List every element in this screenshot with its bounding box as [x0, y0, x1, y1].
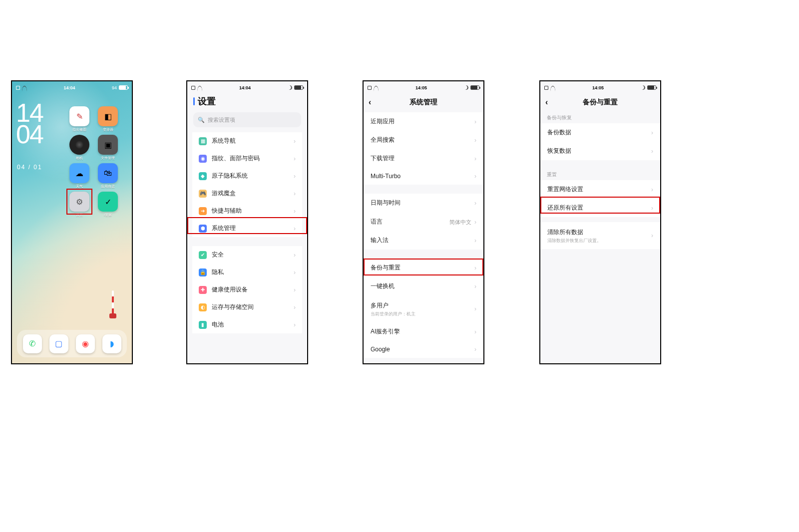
dnd-icon	[463, 85, 469, 91]
item-reset-all-settings[interactable]: 还原所有设置›	[540, 199, 660, 217]
settings-group-1: ▦系统导航› ◉指纹、面部与密码› ◆原子隐私系统› 🎮游戏魔盒› ➜快捷与辅助…	[192, 132, 302, 237]
chevron-right-icon: ›	[294, 208, 296, 215]
status-time: 14:04	[63, 85, 75, 90]
item-erase-all[interactable]: 清除所有数据清除数据并恢复出厂设置。 ›	[540, 222, 660, 249]
settings-item-health[interactable]: ✚健康使用设备›	[192, 281, 302, 298]
sys-group-1: 近期应用› 全局搜索› 下载管理› Multi-Turbo›	[364, 112, 483, 185]
section-reset: 重置	[540, 169, 660, 180]
battery-icon	[294, 85, 303, 90]
battery-icon	[470, 85, 479, 90]
sys-item-global-search[interactable]: 全局搜索›	[364, 131, 483, 149]
chevron-right-icon: ›	[294, 138, 296, 145]
page-title: 设置	[187, 92, 307, 112]
sys-item-ai[interactable]: AI服务引擎›	[364, 322, 483, 341]
page-header: ‹ 备份与重置	[540, 92, 660, 112]
chevron-right-icon: ›	[474, 200, 476, 207]
item-restore-data[interactable]: 恢复数据›	[540, 142, 660, 160]
multiuser-sub: 当前登录的用户：机主	[371, 311, 415, 317]
dnd-icon	[287, 85, 293, 91]
nav-icon: ▦	[199, 137, 207, 145]
chevron-right-icon: ›	[294, 225, 296, 232]
health-icon: ✚	[199, 286, 207, 294]
sys-item-multiuser[interactable]: 多用户当前登录的用户：机主›	[364, 295, 483, 322]
chevron-right-icon: ›	[294, 173, 296, 180]
chevron-right-icon: ›	[474, 328, 476, 335]
settings-item-shortcuts[interactable]: ➜快捷与辅助›	[192, 202, 302, 220]
chevron-right-icon: ›	[474, 305, 476, 312]
status-bar: 14:05	[364, 81, 483, 92]
back-button[interactable]: ‹	[369, 98, 371, 107]
item-reset-network[interactable]: 重置网络设置›	[540, 180, 660, 199]
settings-item-biometrics[interactable]: ◉指纹、面部与密码›	[192, 150, 302, 167]
status-battery-num: 94	[112, 85, 117, 90]
home-clock: 14 04	[16, 102, 43, 145]
gamepad-icon: 🎮	[199, 190, 207, 198]
chevron-right-icon: ›	[474, 118, 476, 125]
chevron-right-icon: ›	[651, 129, 653, 136]
sys-item-ime[interactable]: 输入法›	[364, 231, 483, 250]
app-imanager[interactable]: ✓i管家	[98, 192, 118, 218]
language-value: 简体中文	[449, 219, 471, 225]
sys-item-download[interactable]: 下载管理›	[364, 149, 483, 168]
status-left-icon	[544, 86, 548, 90]
fingerprint-icon: ◉	[199, 155, 207, 163]
chevron-right-icon: ›	[474, 155, 476, 162]
item-backup-data[interactable]: 备份数据›	[540, 123, 660, 142]
chevron-right-icon: ›	[474, 219, 476, 226]
settings-item-storage[interactable]: ◐运存与存储空间›	[192, 298, 302, 316]
battery-settings-icon: ▮	[199, 321, 207, 329]
chevron-right-icon: ›	[651, 148, 653, 155]
dock-phone[interactable]: ✆	[23, 334, 42, 353]
app-weather[interactable]: ☁天气	[69, 163, 89, 189]
wifi-icon	[197, 86, 202, 90]
lighthouse-decoration	[109, 290, 117, 318]
chevron-right-icon: ›	[294, 252, 296, 259]
chevron-right-icon: ›	[474, 346, 476, 353]
settings-item-nav[interactable]: ▦系统导航›	[192, 132, 302, 150]
highlight-settings-app	[66, 189, 92, 215]
sys-item-multiturbo[interactable]: Multi-Turbo›	[364, 168, 483, 185]
wifi-icon	[374, 86, 379, 90]
search-icon: 🔍	[198, 117, 205, 123]
sys-item-language[interactable]: 语言简体中文›	[364, 212, 483, 231]
sys-item-datetime[interactable]: 日期与时间›	[364, 194, 483, 212]
status-left-icon	[368, 86, 372, 90]
sys-group-2: 日期与时间› 语言简体中文› 输入法›	[364, 194, 483, 250]
status-time: 14:05	[415, 85, 427, 90]
phone-backup-reset: 14:05 ‹ 备份与重置 备份与恢复 备份数据› 恢复数据› 重置 重置网络设…	[539, 80, 661, 364]
chevron-right-icon: ›	[294, 269, 296, 276]
status-bar: 14:04 94	[12, 81, 132, 92]
chevron-right-icon: ›	[474, 283, 476, 290]
bolt-icon: ➜	[199, 207, 207, 215]
sys-item-google[interactable]: Google›	[364, 341, 483, 358]
status-left-icon	[16, 86, 20, 90]
settings-item-battery[interactable]: ▮电池›	[192, 316, 302, 333]
lock-icon: 🔒	[199, 268, 207, 276]
app-camera[interactable]: 相机	[69, 135, 89, 161]
chevron-right-icon: ›	[294, 155, 296, 162]
phone-home: 14:04 94 14 04 04 / 01 ✎指尖修图 ◧变形器 相机 ▣文件…	[11, 80, 133, 364]
chevron-right-icon: ›	[294, 304, 296, 311]
erase-sub: 清除数据并恢复出厂设置。	[547, 238, 601, 244]
settings-item-privacy[interactable]: 🔒隐私›	[192, 264, 302, 281]
dock-messages[interactable]: ▢	[49, 334, 68, 353]
sys-item-exchange[interactable]: 一键换机›	[364, 277, 483, 295]
app-files[interactable]: ▣文件管理	[98, 135, 118, 161]
settings-item-gamebox[interactable]: 🎮游戏魔盒›	[192, 185, 302, 202]
sys-item-backup-reset[interactable]: 备份与重置›	[364, 259, 483, 277]
sys-item-recent-apps[interactable]: 近期应用›	[364, 112, 483, 131]
section-backup-restore: 备份与恢复	[540, 112, 660, 123]
app-cube[interactable]: ◧变形器	[98, 106, 118, 132]
back-button[interactable]: ‹	[545, 98, 548, 107]
settings-item-security[interactable]: ✔安全›	[192, 246, 302, 264]
settings-item-atom-privacy[interactable]: ◆原子隐私系统›	[192, 167, 302, 185]
settings-item-system[interactable]: ⬢系统管理›	[192, 220, 302, 237]
dock: ✆ ▢ ◉ ◗	[17, 330, 127, 357]
chevron-right-icon: ›	[294, 190, 296, 197]
app-store[interactable]: 🛍应用商店	[98, 163, 118, 189]
app-editor[interactable]: ✎指尖修图	[69, 106, 89, 132]
search-input[interactable]: 🔍 搜索设置项	[193, 112, 301, 127]
battery-icon	[647, 85, 656, 90]
dock-music[interactable]: ◉	[76, 334, 95, 353]
dock-browser[interactable]: ◗	[102, 334, 121, 353]
